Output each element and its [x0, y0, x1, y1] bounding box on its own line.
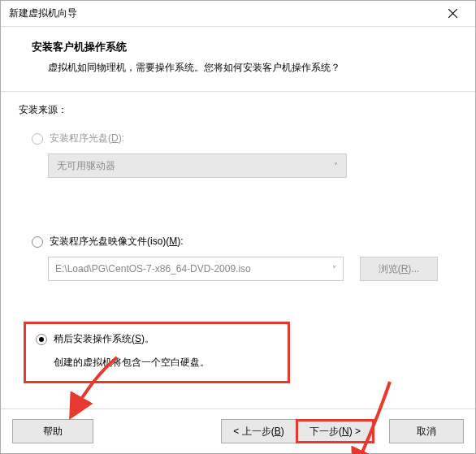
- disc-dropdown: 无可用驱动器 ˅: [48, 153, 347, 178]
- chevron-down-icon: ˅: [332, 265, 336, 274]
- cancel-button[interactable]: 取消: [389, 419, 464, 443]
- later-description: 创建的虚拟机将包含一个空白硬盘。: [54, 356, 278, 370]
- disc-dropdown-value: 无可用驱动器: [57, 159, 115, 173]
- header-title: 安装客户机操作系统: [32, 40, 451, 54]
- next-button[interactable]: 下一步(N) >: [296, 419, 374, 443]
- close-button[interactable]: [436, 2, 469, 25]
- radio-later[interactable]: 稍后安装操作系统(S)。: [36, 332, 278, 346]
- radio-iso-circle: [32, 236, 43, 248]
- iso-row: E:\Load\PG\CentOS-7-x86_64-DVD-2009.iso …: [48, 257, 457, 281]
- footer-left: 帮助: [12, 419, 93, 443]
- radio-disc: 安装程序光盘(D):: [32, 132, 457, 145]
- titlebar: 新建虚拟机向导: [1, 1, 475, 27]
- browse-button: 浏览(R)...: [360, 257, 438, 281]
- radio-disc-label: 安装程序光盘(D):: [50, 132, 124, 145]
- chevron-down-icon: ˅: [334, 162, 338, 171]
- iso-path-input[interactable]: E:\Load\PG\CentOS-7-x86_64-DVD-2009.iso …: [48, 257, 344, 281]
- footer-right: < 上一步(B) 下一步(N) > 取消: [221, 419, 464, 443]
- option-iso: 安装程序光盘映像文件(iso)(M): E:\Load\PG\CentOS-7-…: [19, 235, 457, 281]
- header-section: 安装客户机操作系统 虚拟机如同物理机，需要操作系统。您将如何安装客户机操作系统？: [1, 27, 475, 92]
- option-later-highlight: 稍后安装操作系统(S)。 创建的虚拟机将包含一个空白硬盘。: [24, 322, 290, 383]
- source-label: 安装来源：: [19, 103, 457, 117]
- option-disc: 安装程序光盘(D): 无可用驱动器 ˅: [19, 132, 457, 178]
- header-subtitle: 虚拟机如同物理机，需要操作系统。您将如何安装客户机操作系统？: [48, 61, 451, 75]
- iso-path-value: E:\Load\PG\CentOS-7-x86_64-DVD-2009.iso: [55, 263, 251, 275]
- radio-later-label: 稍后安装操作系统(S)。: [54, 332, 154, 346]
- radio-iso-label: 安装程序光盘映像文件(iso)(M):: [50, 235, 184, 249]
- content-area: 安装来源： 安装程序光盘(D): 无可用驱动器 ˅ 安装程序光盘映像文件(iso…: [1, 92, 475, 409]
- radio-selected-dot: [39, 337, 44, 342]
- back-button[interactable]: < 上一步(B): [221, 419, 296, 443]
- footer: 帮助 < 上一步(B) 下一步(N) > 取消: [1, 409, 475, 453]
- radio-iso[interactable]: 安装程序光盘映像文件(iso)(M):: [32, 235, 457, 249]
- window-title: 新建虚拟机向导: [9, 6, 77, 20]
- wizard-window: 新建虚拟机向导 安装客户机操作系统 虚拟机如同物理机，需要操作系统。您将如何安装…: [0, 0, 476, 454]
- close-icon: [448, 9, 457, 18]
- help-button[interactable]: 帮助: [12, 419, 93, 443]
- radio-disc-circle: [32, 133, 43, 145]
- radio-later-circle: [36, 334, 47, 345]
